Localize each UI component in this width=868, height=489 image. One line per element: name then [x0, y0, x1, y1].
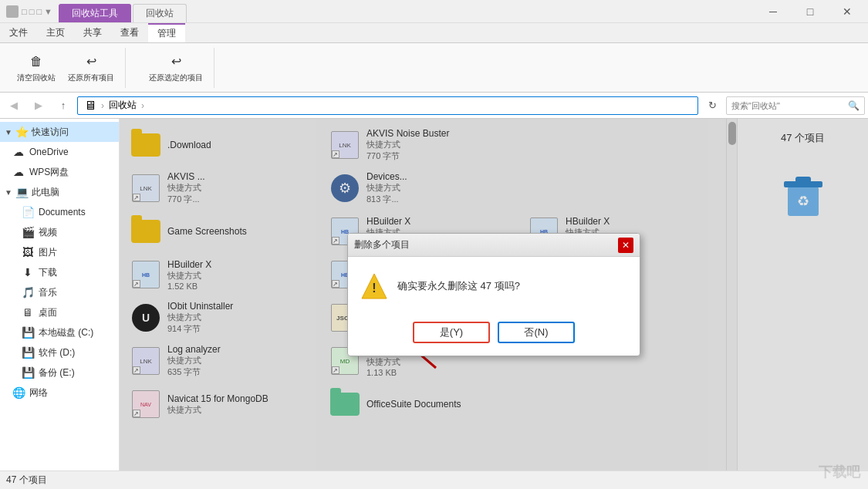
refresh-button[interactable]: ↻	[701, 95, 723, 116]
status-item-count: 47 个项目	[6, 474, 47, 487]
window-controls: ─ □ ✕	[752, 0, 868, 23]
restore-all-btn[interactable]: ↩ 还原所有项目	[63, 49, 119, 86]
search-input[interactable]	[731, 101, 845, 110]
quick-access-toolbar: □ □ □ ▼	[22, 7, 52, 16]
empty-icon: 🗑	[27, 52, 46, 71]
tab-recycle-tools[interactable]: 回收站工具	[59, 4, 131, 22]
cdrive-icon: 💾	[22, 326, 34, 339]
pc-icon: 💻	[15, 186, 29, 198]
dialog-body: ! 确实要永久删除这 47 项吗?	[348, 257, 640, 315]
title-bar-left: □ □ □ ▼	[0, 5, 59, 18]
quick-access-icon: ⭐	[15, 126, 29, 138]
this-pc-label: 此电脑	[32, 186, 59, 199]
ddrive-icon: 💾	[22, 346, 34, 359]
sidebar-item-ddrive[interactable]: 💾 软件 (D:)	[0, 342, 119, 363]
sidebar-quick-access[interactable]: ▼ ⭐ 快速访问	[0, 122, 119, 142]
collapse-icon: ▼	[5, 128, 12, 137]
sidebar-item-desktop[interactable]: 🖥 桌面	[0, 302, 119, 322]
sidebar-item-pictures[interactable]: 🖼 图片	[0, 242, 119, 262]
ribbon-tab-file[interactable]: 文件	[0, 23, 37, 42]
tab-recycle-bin[interactable]: 回收站	[133, 4, 187, 22]
onedrive-icon: ☁	[12, 146, 25, 158]
wps-icon: ☁	[12, 166, 25, 178]
svg-text:!: !	[372, 282, 376, 295]
quick-access-label: 快速访问	[32, 126, 69, 139]
close-button[interactable]: ✕	[829, 0, 865, 23]
maximize-button[interactable]: □	[792, 0, 828, 23]
sidebar-item-onedrive[interactable]: ☁ OneDrive	[0, 142, 119, 162]
edrive-icon: 💾	[22, 366, 34, 379]
empty-recycle-btn[interactable]: 🗑 清空回收站	[12, 49, 60, 86]
ribbon-group-manage: 🗑 清空回收站 ↩ 还原所有项目	[6, 48, 126, 88]
sidebar-item-wps[interactable]: ☁ WPS网盘	[0, 162, 119, 182]
dialog-overlay: 删除多个项目 ✕ ! 确实要永久删除这 47 项吗? 是(Y)	[120, 119, 868, 470]
sidebar-item-edrive[interactable]: 💾 备份 (E:)	[0, 363, 119, 383]
restore-sel-icon: ↩	[167, 52, 185, 71]
sidebar-item-music[interactable]: 🎵 音乐	[0, 282, 119, 302]
sidebar-item-network[interactable]: 🌐 网络	[0, 383, 119, 403]
address-path[interactable]: 🖥 › 回收站 ›	[77, 96, 698, 115]
address-bar: ◀ ▶ ↑ 🖥 › 回收站 › ↻ 🔍	[0, 93, 868, 119]
ribbon: 文件 主页 共享 查看 管理 🗑 清空回收站 ↩ 还原所有项目 ↩ 还原	[0, 23, 868, 93]
status-bar: 47 个项目	[0, 470, 868, 489]
title-bar-tabs: 回收站工具 回收站	[59, 0, 752, 22]
sidebar-item-video[interactable]: 🎬 视频	[0, 222, 119, 242]
ribbon-tab-home[interactable]: 主页	[37, 23, 74, 42]
documents-icon: 📄	[22, 206, 34, 218]
ribbon-tabs: 文件 主页 共享 查看 管理	[0, 23, 868, 43]
sidebar: ▼ ⭐ 快速访问 ☁ OneDrive ☁ WPS网盘 ▼ 💻 此电脑 📄 Do…	[0, 119, 120, 470]
ribbon-content: 🗑 清空回收站 ↩ 还原所有项目 ↩ 还原选定的项目	[0, 43, 868, 92]
warning-icon: !	[360, 272, 388, 300]
dialog-no-button[interactable]: 否(N)	[498, 322, 575, 343]
title-bar: □ □ □ ▼ 回收站工具 回收站 ─ □ ✕	[0, 0, 868, 23]
desktop-icon: 🖥	[22, 306, 34, 319]
forward-button[interactable]: ▶	[28, 95, 49, 116]
dialog-title-bar: 删除多个项目 ✕	[348, 234, 640, 257]
sidebar-item-documents[interactable]: 📄 Documents	[0, 202, 119, 222]
sidebar-item-downloads[interactable]: ⬇ 下载	[0, 262, 119, 282]
ribbon-tab-view[interactable]: 查看	[111, 23, 148, 42]
sidebar-this-pc[interactable]: ▼ 💻 此电脑	[0, 182, 119, 202]
ribbon-tab-manage[interactable]: 管理	[148, 23, 185, 42]
dialog-close-button[interactable]: ✕	[618, 238, 633, 253]
search-box[interactable]: 🔍	[726, 96, 865, 115]
minimize-button[interactable]: ─	[755, 0, 791, 23]
ribbon-group-manage2: ↩ 还原选定的项目	[138, 48, 214, 88]
restore-selected-btn[interactable]: ↩ 还原选定的项目	[144, 49, 208, 86]
up-button[interactable]: ↑	[52, 95, 74, 116]
downloads-icon: ⬇	[22, 266, 34, 278]
ribbon-tab-share[interactable]: 共享	[74, 23, 111, 42]
pc-collapse-icon: ▼	[5, 188, 12, 197]
back-button[interactable]: ◀	[3, 95, 25, 116]
app-icon	[6, 5, 19, 18]
network-icon: 🌐	[12, 386, 25, 399]
dialog-title: 删除多个项目	[354, 238, 410, 251]
delete-dialog: 删除多个项目 ✕ ! 确实要永久删除这 47 项吗? 是(Y)	[347, 233, 640, 356]
search-icon: 🔍	[848, 100, 860, 111]
video-icon: 🎬	[22, 226, 34, 238]
restore-icon: ↩	[82, 52, 100, 71]
location-icon: 🖥	[84, 99, 96, 113]
dialog-yes-button[interactable]: 是(Y)	[413, 322, 490, 343]
dialog-message: 确实要永久删除这 47 项吗?	[397, 279, 520, 293]
pictures-icon: 🖼	[22, 246, 34, 258]
sidebar-item-cdrive[interactable]: 💾 本地磁盘 (C:)	[0, 322, 119, 342]
dialog-buttons: 是(Y) 否(N)	[348, 315, 640, 356]
music-icon: 🎵	[22, 286, 34, 298]
